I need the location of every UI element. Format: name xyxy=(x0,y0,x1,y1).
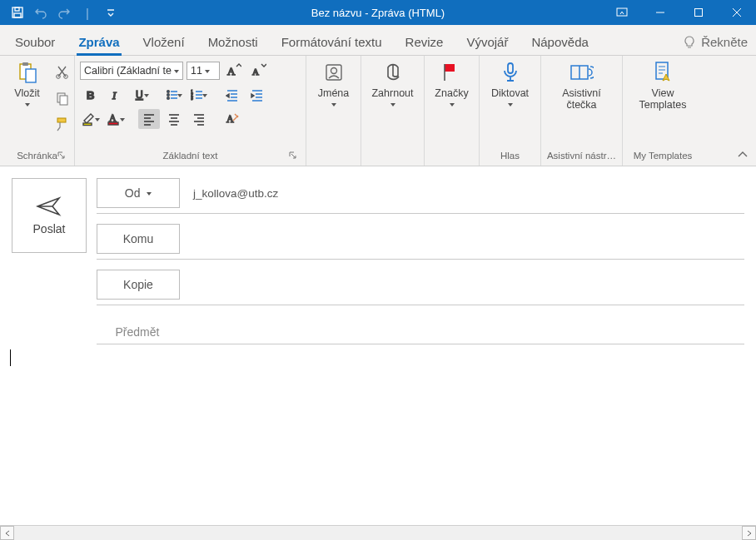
align-center-icon[interactable] xyxy=(163,109,185,129)
chevron-down-icon xyxy=(450,103,455,107)
svg-point-19 xyxy=(167,94,170,97)
redo-icon[interactable] xyxy=(57,5,72,20)
to-button[interactable]: Komu xyxy=(97,224,180,254)
increase-indent-icon[interactable] xyxy=(246,85,268,105)
dictate-label: Diktovat xyxy=(491,87,529,99)
grow-font-icon[interactable]: A xyxy=(223,61,245,81)
tab-options[interactable]: Možnosti xyxy=(201,30,265,55)
save-icon[interactable] xyxy=(10,5,25,20)
underline-icon[interactable]: U xyxy=(130,85,152,105)
dialog-launcher-icon[interactable] xyxy=(289,151,299,161)
svg-rect-28 xyxy=(326,65,341,80)
italic-icon[interactable]: I xyxy=(105,85,127,105)
maximize-button[interactable] xyxy=(679,0,718,25)
svg-rect-4 xyxy=(695,9,703,17)
subject-field[interactable] xyxy=(190,327,744,337)
tab-developer[interactable]: Vývojář xyxy=(460,30,515,55)
qat-sep-icon: | xyxy=(80,5,95,20)
svg-rect-26 xyxy=(108,122,118,125)
scroll-left-button[interactable] xyxy=(0,526,14,540)
tab-message[interactable]: Zpráva xyxy=(72,30,126,55)
cut-icon[interactable] xyxy=(52,62,72,82)
chevron-down-icon xyxy=(177,94,182,97)
view-templates-button[interactable]: ViewTemplates xyxy=(633,59,694,113)
templates-group-label: My Templates xyxy=(628,149,698,164)
font-color-icon[interactable]: A xyxy=(105,109,127,129)
to-field[interactable] xyxy=(191,234,744,244)
immersive-label-1: Asistivní xyxy=(562,87,601,99)
tell-me-label: Řekněte xyxy=(701,35,748,49)
shrink-font-icon[interactable]: A xyxy=(248,61,270,81)
undo-icon[interactable] xyxy=(33,5,48,20)
svg-text:U: U xyxy=(136,89,143,101)
decrease-indent-icon[interactable] xyxy=(221,85,243,105)
lightbulb-icon xyxy=(683,36,696,49)
numbering-icon[interactable]: 123 xyxy=(188,85,210,105)
svg-rect-1 xyxy=(15,7,19,11)
svg-text:3: 3 xyxy=(191,96,193,101)
tab-format[interactable]: Formátování textu xyxy=(275,30,389,55)
clipboard-group-label: Schránka xyxy=(17,151,57,161)
tags-button[interactable]: Značky xyxy=(427,59,477,108)
subject-label: Předmět xyxy=(97,320,178,344)
dictate-button[interactable]: Diktovat xyxy=(485,59,535,108)
align-right-icon[interactable] xyxy=(188,109,210,129)
paste-button[interactable]: Vložit xyxy=(2,59,52,108)
collapse-ribbon-icon[interactable] xyxy=(734,149,751,161)
chevron-down-icon xyxy=(202,94,207,97)
svg-text:A: A xyxy=(252,67,259,77)
immersive-label-2: čtečka xyxy=(566,99,596,111)
close-button[interactable] xyxy=(718,0,756,25)
font-name-value: Calibri (Základní te xyxy=(84,65,172,77)
immersive-reader-button[interactable]: Asistivníčtečka xyxy=(555,59,608,113)
tags-label: Značky xyxy=(435,87,468,99)
clear-formatting-icon[interactable]: A xyxy=(221,109,243,129)
names-button[interactable]: Jména xyxy=(309,59,359,108)
window-title: Bez názvu - Zpráva (HTML) xyxy=(311,7,445,19)
names-label: Jména xyxy=(318,87,350,99)
send-icon xyxy=(36,196,62,217)
font-size-value: 11 xyxy=(191,65,202,77)
svg-rect-12 xyxy=(57,118,66,122)
tab-help[interactable]: Nápověda xyxy=(525,30,594,55)
svg-rect-11 xyxy=(60,96,67,105)
message-body[interactable] xyxy=(10,349,751,523)
tab-review[interactable]: Revize xyxy=(399,30,450,55)
qat-more-icon[interactable] xyxy=(103,5,118,20)
format-painter-icon[interactable] xyxy=(52,114,72,134)
font-size-combo[interactable]: 11 xyxy=(187,62,220,80)
font-name-combo[interactable]: Calibri (Základní te xyxy=(80,62,183,80)
send-button[interactable]: Poslat xyxy=(12,178,87,253)
chevron-down-icon xyxy=(174,70,179,73)
include-label: Zahrnout xyxy=(371,87,413,99)
from-button[interactable]: Od xyxy=(97,178,180,208)
align-left-icon[interactable] xyxy=(138,109,160,129)
tab-file[interactable]: Soubor xyxy=(8,30,62,55)
dialog-launcher-icon[interactable] xyxy=(57,151,67,161)
chevron-down-icon xyxy=(25,103,30,107)
scroll-right-button[interactable] xyxy=(742,526,756,540)
bold-icon[interactable]: B xyxy=(80,85,102,105)
svg-point-29 xyxy=(331,68,336,74)
svg-rect-6 xyxy=(22,62,28,66)
include-button[interactable]: Zahrnout xyxy=(365,59,420,108)
scrollbar-track[interactable] xyxy=(14,526,742,540)
from-btn-label: Od xyxy=(125,186,141,200)
svg-text:B: B xyxy=(87,89,94,102)
bullets-icon[interactable] xyxy=(163,85,185,105)
svg-rect-32 xyxy=(508,63,513,73)
cc-field[interactable] xyxy=(191,280,744,290)
from-value: j_kollova@utb.cz xyxy=(191,182,744,205)
chevron-down-icon xyxy=(120,118,125,121)
highlight-icon[interactable] xyxy=(80,109,102,129)
tell-me[interactable]: Řekněte xyxy=(683,35,748,55)
minimize-button[interactable] xyxy=(641,0,679,25)
chevron-down-icon xyxy=(390,103,395,107)
svg-rect-7 xyxy=(26,69,36,82)
chevron-down-icon xyxy=(205,70,210,73)
cc-button[interactable]: Kopie xyxy=(97,270,180,300)
copy-icon[interactable] xyxy=(52,88,72,108)
ribbon-display-icon[interactable] xyxy=(603,0,641,25)
tab-insert[interactable]: Vložení xyxy=(137,30,191,55)
svg-rect-30 xyxy=(445,64,455,72)
